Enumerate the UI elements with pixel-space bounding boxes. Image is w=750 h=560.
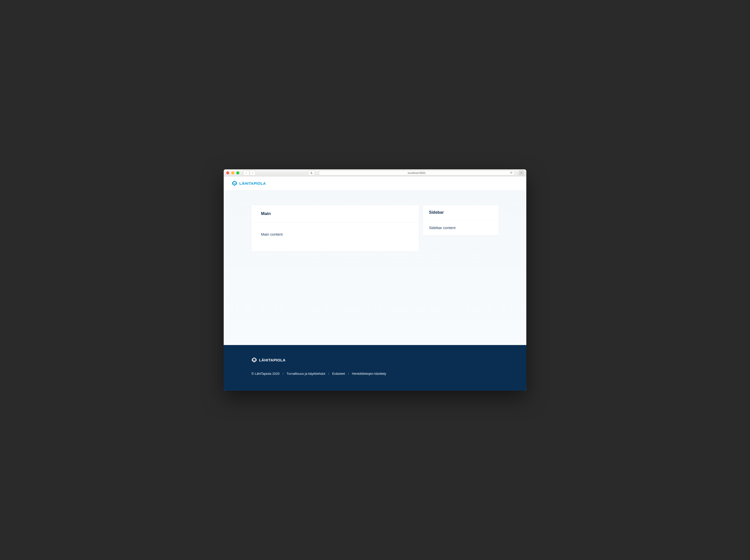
reload-icon[interactable]: ⟳ — [510, 171, 512, 174]
app-footer: LÄHITAPIOLA © LähiTapiola 2020 / Turvall… — [224, 345, 526, 391]
footer-separator: / — [283, 372, 284, 375]
url-bar[interactable]: localhost:8001 ⟳ — [319, 170, 515, 175]
browser-window: ‹ › ♿︎ localhost:8001 ⟳ + LÄHITAPIOLA Ma… — [224, 169, 526, 391]
main-card-title: Main — [252, 205, 419, 223]
brand-logo[interactable]: LÄHITAPIOLA — [232, 181, 266, 186]
accessibility-button[interactable]: ♿︎ — [308, 170, 315, 175]
brand-logo-icon — [232, 181, 237, 186]
browser-titlebar: ‹ › ♿︎ localhost:8001 ⟳ + — [224, 169, 526, 177]
footer-link-cookies[interactable]: Evästeet — [332, 372, 345, 375]
app-viewport: LÄHITAPIOLA Main Main content Sidebar Si… — [224, 177, 526, 391]
footer-copyright: © LähiTapiola 2020 — [252, 372, 280, 375]
accessibility-icon: ♿︎ — [310, 171, 313, 175]
footer-links: © LähiTapiola 2020 / Turvallisuus ja käy… — [252, 372, 498, 375]
window-controls — [226, 171, 239, 174]
sidebar-card-title: Sidebar — [423, 205, 498, 220]
sidebar-card: Sidebar Sidebar content — [423, 205, 498, 235]
brand-name: LÄHITAPIOLA — [239, 181, 266, 186]
minimize-window-button[interactable] — [231, 171, 234, 174]
brand-logo-icon — [252, 357, 257, 363]
nav-arrows: ‹ › — [243, 170, 256, 175]
forward-button[interactable]: › — [250, 170, 256, 175]
app-body: Main Main content Sidebar Sidebar conten… — [224, 190, 526, 345]
url-text: localhost:8001 — [408, 171, 426, 174]
footer-brand-name: LÄHITAPIOLA — [259, 358, 285, 362]
new-tab-button[interactable]: + — [519, 170, 524, 175]
close-window-button[interactable] — [226, 171, 229, 174]
sidebar-card-content: Sidebar content — [423, 220, 498, 235]
footer-link-terms[interactable]: Turvallisuus ja käyttöehdot — [287, 372, 325, 375]
maximize-window-button[interactable] — [236, 171, 239, 174]
footer-separator: / — [348, 372, 349, 375]
main-card: Main Main content — [252, 205, 419, 251]
main-card-content: Main content — [252, 223, 419, 251]
back-button[interactable]: ‹ — [243, 170, 250, 175]
footer-separator: / — [328, 372, 329, 375]
app-header: LÄHITAPIOLA — [224, 177, 526, 190]
footer-link-privacy[interactable]: Henkilötietojen käsittely — [352, 372, 386, 375]
footer-brand-logo[interactable]: LÄHITAPIOLA — [252, 357, 498, 363]
